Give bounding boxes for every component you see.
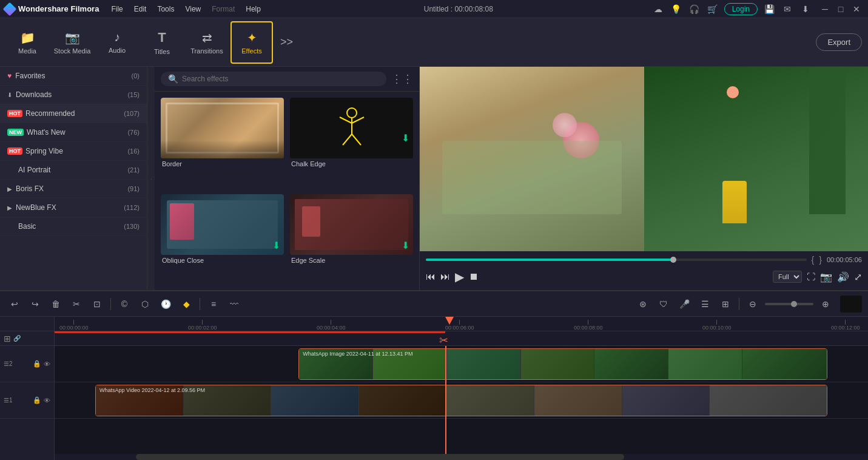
frame-back-button[interactable]: ⏭ [440, 271, 450, 282]
quality-select[interactable]: Full [773, 271, 802, 283]
waveform-button[interactable]: 〰 [226, 296, 243, 313]
menu-file[interactable]: File [106, 4, 127, 15]
audio-adjust-button[interactable]: ≡ [205, 296, 222, 313]
add-track-icon[interactable]: ⊞ [4, 334, 11, 343]
zoom-out-button[interactable]: ⊖ [744, 296, 761, 313]
newblue-arrow-icon: ▶ [7, 205, 12, 211]
mail-icon[interactable]: ✉ [781, 2, 794, 16]
sidebar-item-downloads[interactable]: ⬇ Downloads (15) [0, 86, 147, 104]
login-button[interactable]: Login [724, 3, 758, 15]
ruler-label-4: 00:00:08:00 [574, 325, 603, 331]
maximize-button[interactable]: □ [834, 2, 847, 16]
fullscreen-icon[interactable]: ⛶ [807, 272, 815, 282]
effect-oblique-close[interactable]: ⬇ Oblique Close [161, 194, 284, 285]
app-icon [3, 2, 17, 16]
timeline-scrollbar[interactable] [55, 454, 868, 460]
tool-media[interactable]: 📁 Media [6, 21, 49, 64]
svg-point-0 [347, 108, 357, 118]
effect-edge-scale[interactable]: ⬇ Edge Scale [290, 194, 413, 285]
sidebar-item-recommended[interactable]: HOT Recommended (107) [0, 104, 147, 123]
resize-handle[interactable]: ··· [147, 67, 155, 290]
edge-scale-download-icon[interactable]: ⬇ [402, 240, 409, 251]
crop-icon[interactable]: ⤢ [854, 271, 862, 283]
skip-back-button[interactable]: ⏮ [426, 271, 436, 282]
keyframe-button[interactable]: ◆ [178, 296, 195, 313]
more-tools-button[interactable]: >> [275, 33, 298, 51]
search-input[interactable] [182, 75, 379, 83]
minimize-button[interactable]: ─ [818, 2, 832, 16]
delete-button[interactable]: 🗑 [47, 296, 64, 313]
tool-effects[interactable]: ✦ Effects [230, 21, 273, 64]
camera-icon[interactable]: 📷 [820, 271, 832, 283]
captions-icon[interactable]: ☰ [696, 296, 713, 313]
close-button[interactable]: ✕ [850, 2, 863, 16]
headphone-icon[interactable]: 🎧 [688, 2, 701, 16]
menu-help[interactable]: Help [241, 4, 266, 15]
oblique-download-icon[interactable]: ⬇ [272, 240, 280, 251]
scrollbar-thumb[interactable] [136, 454, 624, 460]
tool-transitions[interactable]: ⇄ Transitions [186, 21, 228, 64]
zoom-in-button[interactable]: ⊕ [817, 296, 834, 313]
whats-new-label: What's New [27, 128, 127, 137]
zoom-thumb[interactable] [791, 301, 797, 307]
cut-button[interactable]: ✂ [68, 296, 85, 313]
progress-bar[interactable] [426, 259, 807, 261]
thumb-1-3 [271, 385, 359, 416]
link-icon[interactable]: 🔗 [13, 335, 21, 342]
sidebar-item-favorites[interactable]: ♥ Favorites (0) [0, 67, 147, 86]
tool-titles[interactable]: T Titles [141, 21, 183, 64]
menu-tools[interactable]: Tools [152, 4, 179, 15]
mask-icon[interactable]: 🛡 [655, 296, 672, 313]
timeline-progress-line [55, 331, 868, 333]
grid-view-icon[interactable]: ⋮⋮ [391, 72, 413, 86]
sidebar-item-boris-fx[interactable]: ▶ Boris FX (91) [0, 180, 147, 198]
ai-icon[interactable]: ⊞ [717, 296, 734, 313]
clip-track-1[interactable]: WhatsApp Video 2022-04-12 at 2.09.56 PM [95, 385, 827, 416]
effect-border[interactable]: Border [161, 98, 284, 188]
stamp-button[interactable]: ⬡ [136, 296, 153, 313]
sidebar-item-whats-new[interactable]: NEW What's New (76) [0, 123, 147, 142]
undo-button[interactable]: ↩ [6, 296, 23, 313]
playhead-marker[interactable] [445, 317, 454, 325]
sidebar-item-newblue-fx[interactable]: ▶ NewBlue FX (112) [0, 198, 147, 217]
crop-tool-button[interactable]: ⊡ [89, 296, 106, 313]
search-box: 🔍 [161, 72, 386, 86]
menu-format[interactable]: Format [207, 4, 240, 15]
play-button[interactable]: ▶ [455, 269, 464, 284]
track-1-eye[interactable]: 👁 [44, 397, 50, 404]
mic-icon[interactable]: 🎤 [676, 296, 693, 313]
zoom-track[interactable] [765, 303, 813, 305]
sidebar-item-basic[interactable]: Basic (130) [0, 217, 147, 236]
chalk-download-icon[interactable]: ⬇ [402, 132, 409, 144]
sidebar-item-spring-vibe[interactable]: HOT Spring Vibe (16) [0, 142, 147, 161]
volume-icon[interactable]: 🔊 [837, 271, 849, 283]
favorites-label: Favorites [15, 72, 131, 80]
zoom-slider [765, 303, 813, 305]
redo-button[interactable]: ↪ [27, 296, 44, 313]
cart-icon[interactable]: 🛒 [706, 2, 719, 16]
clock-button[interactable]: 🕐 [157, 296, 174, 313]
clip-track-2[interactable]: WhatsApp Image 2022-04-11 at 12.13.41 PM [298, 348, 827, 380]
downloads-label: Downloads [16, 90, 127, 99]
main-area: ♥ Favorites (0) ⬇ Downloads (15) HOT Rec… [0, 67, 868, 290]
tool-stock-media[interactable]: 📷 Stock Media [51, 21, 93, 64]
export-button[interactable]: Export [816, 33, 862, 51]
menu-edit[interactable]: Edit [129, 4, 152, 15]
effect-chalk-edge[interactable]: ⬇ Chalk Edge [290, 98, 413, 188]
stop-button[interactable]: ⏹ [469, 271, 479, 282]
tool-audio[interactable]: ♪ Audio [96, 21, 138, 64]
bulb-icon[interactable]: 💡 [670, 2, 683, 16]
track-1-lock[interactable]: 🔒 [33, 396, 41, 404]
sidebar-item-ai-portrait[interactable]: AI Portrait (21) [0, 161, 147, 180]
track-2-eye[interactable]: 👁 [44, 360, 50, 368]
playback-right: Full ⛶ 📷 🔊 ⤢ [773, 271, 862, 283]
copy-button[interactable]: © [116, 296, 133, 313]
save-icon[interactable]: 💾 [762, 2, 776, 16]
track-2-lock[interactable]: 🔒 [33, 360, 41, 368]
download-icon[interactable]: ⬇ [799, 2, 812, 16]
cloud-icon[interactable]: ☁ [651, 2, 665, 16]
ruler-tick-6 [845, 320, 846, 325]
effects-overlay-icon[interactable]: ⊛ [634, 296, 651, 313]
svg-line-2 [340, 117, 352, 123]
menu-view[interactable]: View [180, 4, 206, 15]
